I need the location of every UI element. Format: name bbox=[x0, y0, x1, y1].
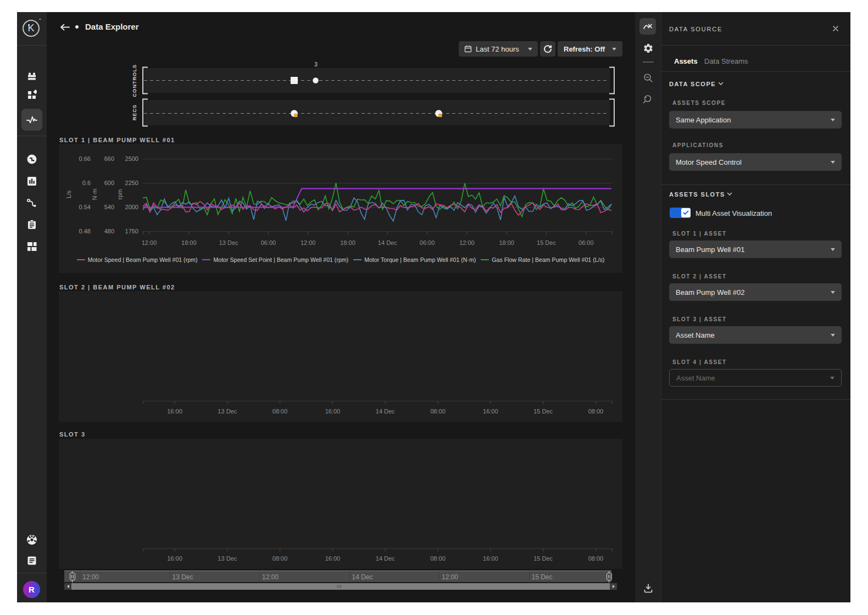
svg-text:0.54: 0.54 bbox=[79, 204, 91, 210]
svg-text:08:00: 08:00 bbox=[588, 408, 604, 415]
svg-text:N·m: N·m bbox=[91, 189, 98, 200]
svg-text:2500: 2500 bbox=[125, 155, 138, 162]
svg-text:16:00: 16:00 bbox=[483, 555, 498, 562]
svg-text:12:00: 12:00 bbox=[301, 239, 316, 246]
svg-text:16:00: 16:00 bbox=[167, 555, 182, 562]
svg-text:2250: 2250 bbox=[125, 180, 138, 186]
svg-text:12:00: 12:00 bbox=[142, 239, 157, 246]
svg-text:L/s: L/s bbox=[65, 190, 72, 198]
svg-text:540: 540 bbox=[104, 204, 114, 210]
svg-text:480: 480 bbox=[104, 228, 114, 234]
svg-text:18:00: 18:00 bbox=[181, 239, 197, 246]
svg-text:13 Dec: 13 Dec bbox=[219, 239, 238, 246]
svg-text:2000: 2000 bbox=[125, 204, 138, 210]
svg-text:15 Dec: 15 Dec bbox=[533, 555, 553, 562]
svg-text:16:00: 16:00 bbox=[325, 555, 341, 562]
svg-text:18:00: 18:00 bbox=[499, 239, 514, 246]
svg-text:660: 660 bbox=[104, 155, 114, 162]
svg-text:06:00: 06:00 bbox=[578, 239, 594, 246]
svg-text:0.6: 0.6 bbox=[82, 180, 91, 186]
svg-text:rpm: rpm bbox=[116, 189, 123, 200]
svg-text:600: 600 bbox=[104, 180, 114, 186]
svg-text:0.48: 0.48 bbox=[79, 228, 91, 234]
svg-text:15 Dec: 15 Dec bbox=[537, 239, 556, 246]
svg-text:15 Dec: 15 Dec bbox=[533, 408, 553, 415]
svg-text:14 Dec: 14 Dec bbox=[378, 239, 397, 246]
svg-text:13 Dec: 13 Dec bbox=[218, 408, 237, 415]
svg-text:08:00: 08:00 bbox=[588, 555, 604, 562]
svg-text:08:00: 08:00 bbox=[430, 555, 446, 562]
svg-text:16:00: 16:00 bbox=[167, 408, 182, 415]
svg-text:06:00: 06:00 bbox=[420, 239, 435, 246]
svg-text:1750: 1750 bbox=[125, 228, 138, 234]
svg-text:14 Dec: 14 Dec bbox=[376, 408, 395, 415]
svg-text:18:00: 18:00 bbox=[340, 239, 355, 246]
svg-text:08:00: 08:00 bbox=[272, 555, 288, 562]
svg-text:0.66: 0.66 bbox=[79, 155, 91, 162]
svg-text:06:00: 06:00 bbox=[261, 239, 276, 246]
svg-text:14 Dec: 14 Dec bbox=[376, 555, 395, 562]
svg-text:16:00: 16:00 bbox=[325, 408, 341, 415]
svg-text:12:00: 12:00 bbox=[459, 239, 475, 246]
svg-text:08:00: 08:00 bbox=[272, 408, 288, 415]
svg-text:16:00: 16:00 bbox=[483, 408, 498, 415]
svg-text:08:00: 08:00 bbox=[430, 408, 446, 415]
svg-text:13 Dec: 13 Dec bbox=[218, 555, 237, 562]
